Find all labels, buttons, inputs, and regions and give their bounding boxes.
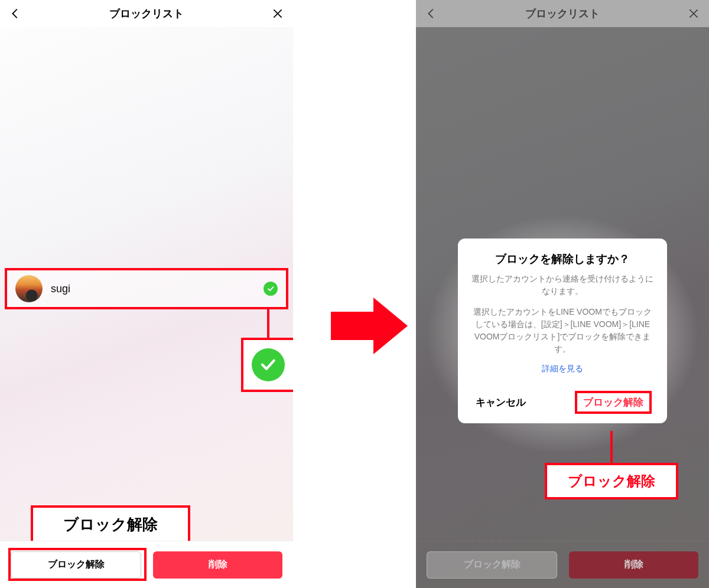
bottom-bar: ブロック解除 削除: [0, 541, 293, 588]
dim-overlay: [416, 0, 709, 27]
page-title: ブロックリスト: [109, 6, 184, 21]
unblock-button[interactable]: ブロック解除: [427, 551, 557, 579]
connector: [267, 309, 269, 340]
dialog-cancel-button[interactable]: キャンセル: [473, 392, 528, 413]
screen-left: ブロックリスト sugi: [0, 0, 294, 588]
avatar: [15, 275, 43, 302]
highlight-user-row: sugi: [5, 268, 288, 309]
dialog-details-link[interactable]: 詳細を見る: [470, 364, 655, 374]
screen-right: ブロックリスト ブロックを解除しますか？ 選択したアカウントから連絡を受け付ける…: [415, 0, 709, 588]
user-name: sugi: [51, 283, 70, 295]
delete-button[interactable]: 削除: [569, 551, 698, 579]
back-icon[interactable]: [5, 0, 26, 27]
unblock-button[interactable]: ブロック解除: [11, 551, 141, 579]
check-icon: [252, 348, 285, 381]
dialog-title: ブロックを解除しますか？: [470, 251, 655, 267]
close-icon[interactable]: [267, 0, 288, 27]
tutorial-stage: ブロックリスト sugi: [0, 0, 709, 588]
callout-unblock-label: ブロック解除: [545, 463, 678, 499]
dialog-message-2: 選択したアカウントをLINE VOOMでもブロックしている場合は、[設定]＞[L…: [470, 306, 655, 355]
connector: [610, 431, 613, 465]
unblock-dialog: ブロックを解除しますか？ 選択したアカウントから連絡を受け付けるようになります。…: [458, 239, 667, 423]
delete-button[interactable]: 削除: [153, 551, 282, 579]
dialog-message-1: 選択したアカウントから連絡を受け付けるようになります。: [470, 273, 655, 298]
header: ブロックリスト: [0, 0, 293, 28]
arrow-right-icon: [331, 298, 408, 354]
dialog-confirm-button[interactable]: ブロック解除: [575, 391, 652, 414]
blocked-user-row[interactable]: sugi: [7, 270, 286, 307]
selected-check-icon[interactable]: [264, 282, 278, 296]
highlight-check-enlarged: [241, 338, 294, 392]
callout-unblock-label: ブロック解除: [31, 505, 190, 543]
screen-body: ブロックを解除しますか？ 選択したアカウントから連絡を受け付けるようになります。…: [416, 27, 709, 588]
screen-body: sugi ブロック解除: [0, 27, 293, 588]
bottom-bar: ブロック解除 削除: [416, 541, 709, 588]
dialog-actions: キャンセル ブロック解除: [470, 387, 655, 415]
